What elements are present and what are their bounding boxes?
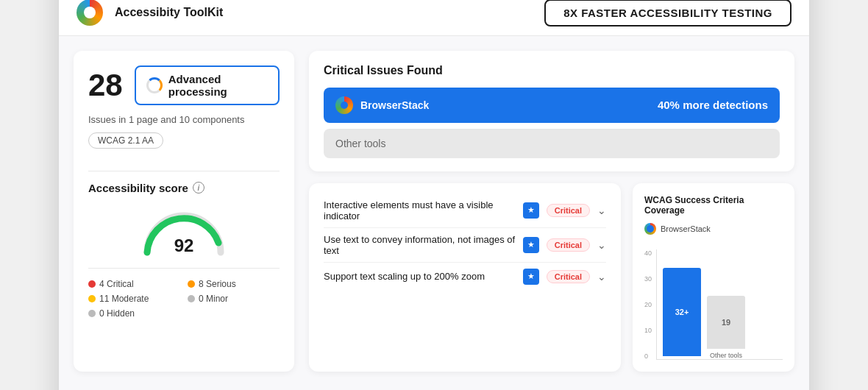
bar-rect-other: 19 [707, 296, 745, 349]
left-panel: 28 Advanced processing Issues in 1 page … [74, 51, 294, 372]
issues-list-card: Interactive elements must have a visible… [309, 183, 621, 372]
legend-dot-hidden [88, 310, 96, 317]
issue-text-1: Interactive elements must have a visible… [324, 199, 516, 221]
legend-dot-serious [188, 280, 195, 288]
issue-star-2: ★ [523, 237, 539, 253]
right-bottom-row: Interactive elements must have a visible… [309, 183, 794, 372]
issue-row: Interactive elements must have a visible… [324, 194, 606, 228]
browserstack-badge: 40% more detections [658, 99, 768, 111]
wcag-chart-title: WCAG Success Criteria Coverage [644, 195, 783, 216]
issue-row-2: Use text to convey information, not imag… [324, 228, 606, 263]
chart-legend-label: BrowserStack [661, 224, 711, 233]
issues-count: 28 [88, 70, 123, 101]
issue-text-3: Support text scaling up to 200% zoom [324, 271, 516, 282]
processing-label: Advanced processing [168, 73, 268, 98]
spinner-icon [146, 77, 163, 93]
legend-moderate-label: 11 Moderate [99, 294, 149, 304]
browserstack-logo-icon [335, 96, 353, 114]
legend-dot-moderate [88, 295, 96, 302]
browser-window: Accessibity ToolKit 8X FASTER ACCESSIBIL… [59, 0, 809, 390]
divider-1 [88, 171, 280, 171]
other-tools-bar: Other tools [324, 129, 780, 158]
browserstack-bar: BrowserStack 40% more detections [324, 88, 780, 123]
annotation-area: Easily identify advanced issues ↗ [59, 386, 809, 391]
critical-tag-1: Critical [547, 204, 590, 217]
right-panel: Critical Issues Found BrowserStack 40% m… [309, 51, 794, 372]
wcag-badge[interactable]: WCAG 2.1 AA [88, 132, 163, 149]
legend-dot-critical [88, 280, 96, 288]
critical-card: Critical Issues Found BrowserStack 40% m… [309, 51, 794, 171]
legend-grid: 4 Critical 8 Serious 11 Moderate 0 Minor… [88, 279, 280, 319]
other-tools-label: Other tools [335, 138, 385, 149]
processing-badge: Advanced processing [135, 65, 280, 105]
chevron-down-3[interactable]: ⌄ [597, 271, 606, 283]
accessibility-score-title: Accessibility score i [88, 182, 280, 194]
bar-value-bs: 32+ [675, 308, 689, 316]
bar-rect-browserstack: 32+ [663, 268, 701, 356]
issue-text-2: Use text to convey information, not imag… [324, 234, 516, 256]
legend-serious: 8 Serious [188, 279, 280, 289]
critical-tag-2: Critical [547, 238, 590, 252]
chevron-down-1[interactable]: ⌄ [597, 205, 606, 216]
legend-minor-label: 0 Minor [199, 294, 228, 304]
issues-subtext: Issues in 1 page and 10 components [88, 114, 280, 125]
chart-legend: BrowserStack [644, 223, 783, 235]
wcag-chart-card: WCAG Success Criteria Coverage BrowserSt… [633, 183, 794, 372]
legend-moderate: 11 Moderate [88, 294, 180, 304]
legend-critical-label: 4 Critical [99, 279, 134, 289]
app-title: Accessibity ToolKit [115, 6, 223, 19]
chart-legend-logo [644, 223, 656, 235]
bar-label-other: Other tools [710, 352, 742, 359]
issue-row-3: Support text scaling up to 200% zoom ★ C… [324, 263, 606, 291]
gauge-wrap: 92 [140, 205, 228, 256]
legend-minor: 0 Minor [188, 294, 280, 304]
legend-serious-label: 8 Serious [199, 279, 236, 289]
browserstack-name: BrowserStack [360, 99, 429, 111]
browserstack-suffix: more detections [683, 99, 768, 111]
app-body: 28 Advanced processing Issues in 1 page … [59, 36, 809, 386]
issue-star-1: ★ [523, 202, 539, 219]
score-number: 92 [174, 235, 194, 256]
divider-2 [88, 268, 280, 269]
legend-hidden: 0 Hidden [88, 308, 180, 319]
legend-hidden-label: 0 Hidden [99, 308, 135, 319]
score-gauge: 92 [88, 205, 280, 256]
bar-other: 19 Other tools [707, 296, 745, 359]
app-header: Accessibity ToolKit 8X FASTER ACCESSIBIL… [59, 0, 809, 36]
score-label: Accessibility score [88, 182, 188, 194]
legend-critical: 4 Critical [88, 279, 180, 289]
critical-tag-3: Critical [547, 270, 590, 283]
bars-container: 32+ 19 Other tools [656, 249, 783, 360]
chevron-down-2[interactable]: ⌄ [597, 239, 606, 251]
chart-area: 0 10 20 30 40 32+ [644, 242, 783, 360]
legend-dot-minor [188, 295, 195, 302]
issue-star-3: ★ [523, 269, 539, 285]
browserstack-percentage: 40% [658, 99, 680, 111]
app-logo-icon [77, 0, 103, 26]
chart-y-labels: 0 10 20 30 40 [644, 249, 655, 360]
critical-title: Critical Issues Found [324, 64, 780, 77]
header-badge: 8X FASTER ACCESSIBILITY TESTING [544, 0, 791, 26]
issues-header: 28 Advanced processing [88, 65, 280, 105]
bar-browserstack: 32+ [663, 268, 701, 359]
bar-value-other: 19 [722, 318, 730, 327]
info-icon[interactable]: i [193, 182, 204, 194]
